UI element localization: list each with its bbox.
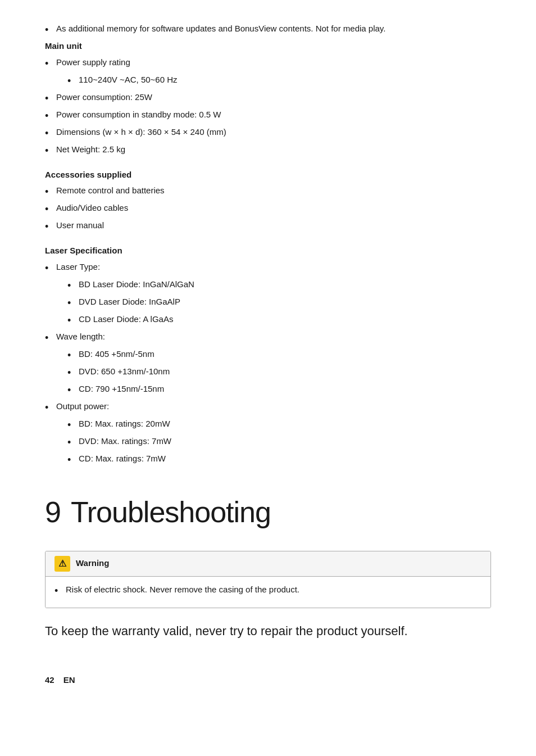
warning-header: ⚠ Warning [46, 551, 490, 577]
bullet-dot: • [45, 219, 56, 234]
laser-section: Laser Specification • Laser Type: • BD L… [45, 245, 491, 468]
accessories-item-0: • Remote control and batteries [45, 184, 491, 200]
laser-subitem-text-0-1: DVD Laser Diode: InGaAlP [79, 296, 491, 309]
laser-subitem-text-1-2: CD: 790 +15nm/-15nm [79, 383, 491, 396]
bullet-dot: • [67, 313, 79, 328]
main-unit-heading: Main unit [45, 40, 491, 53]
main-unit-item-text-3: Dimensions (w × h × d): 360 × 54 × 240 (… [56, 126, 491, 139]
warning-box: ⚠ Warning • Risk of electric shock. Neve… [45, 551, 491, 608]
laser-item-text-2: Output power: [56, 400, 491, 413]
warning-label: Warning [76, 557, 109, 570]
laser-subitem-text-2-2: CD: Max. ratings: 7mW [79, 452, 491, 465]
bullet-dot: • [45, 331, 56, 346]
laser-subitem-2-1: • DVD: Max. ratings: 7mW [67, 435, 491, 450]
bullet-dot: • [45, 56, 56, 71]
bullet-dot: • [67, 383, 79, 398]
main-unit-item-3: • Dimensions (w × h × d): 360 × 54 × 240… [45, 126, 491, 141]
laser-subitem-text-1-1: DVD: 650 +13nm/-10nm [79, 365, 491, 378]
bullet-dot: • [45, 202, 56, 217]
laser-item-text-1: Wave length: [56, 331, 491, 343]
laser-subitem-2-0: • BD: Max. ratings: 20mW [67, 418, 491, 433]
intro-text: As additional memory for software update… [56, 22, 491, 35]
main-unit-section: Main unit • Power supply rating • 110~24… [45, 40, 491, 159]
main-unit-item-text-1: Power consumption: 25W [56, 91, 491, 104]
main-unit-subitem-text-0-0: 110~240V ~AC, 50~60 Hz [79, 74, 491, 87]
laser-subitem-text-2-1: DVD: Max. ratings: 7mW [79, 435, 491, 448]
laser-subitem-0-2: • CD Laser Diode: A lGaAs [67, 313, 491, 328]
lang-code: EN [63, 674, 75, 687]
accessories-item-1: • Audio/Video cables [45, 202, 491, 217]
laser-subitem-0-1: • DVD Laser Diode: InGaAlP [67, 296, 491, 311]
bullet-dot: • [45, 126, 56, 141]
laser-subitem-0-0: • BD Laser Diode: InGaN/AlGaN [67, 278, 491, 293]
accessories-item-text-2: User manual [56, 219, 491, 232]
bullet-dot: • [45, 108, 56, 124]
main-unit-subitem-0-0: • 110~240V ~AC, 50~60 Hz [67, 74, 491, 89]
intro-bullet: • As additional memory for software upda… [45, 22, 491, 38]
warning-text: Risk of electric shock. Never remove the… [66, 583, 482, 596]
main-unit-item-1: • Power consumption: 25W [45, 91, 491, 106]
warning-bullet-item: • Risk of electric shock. Never remove t… [54, 583, 482, 599]
laser-subitem-1-0: • BD: 405 +5nm/-5nm [67, 348, 491, 363]
bullet-dot: • [67, 74, 79, 89]
laser-subitem-2-2: • CD: Max. ratings: 7mW [67, 452, 491, 468]
chapter-heading: 9Troubleshooting [45, 490, 491, 534]
chapter-number: 9 [45, 496, 61, 528]
laser-subitem-text-2-0: BD: Max. ratings: 20mW [79, 418, 491, 431]
bullet-dot: • [67, 452, 79, 468]
chapter-title: Troubleshooting [71, 496, 271, 528]
bullet-dot: • [45, 400, 56, 415]
accessories-heading: Accessories supplied [45, 169, 491, 182]
laser-heading: Laser Specification [45, 245, 491, 257]
bullet-dot: • [67, 348, 79, 363]
main-unit-item-0: • Power supply rating [45, 56, 491, 71]
laser-item-text-0: Laser Type: [56, 261, 491, 274]
bullet-dot: • [67, 296, 79, 311]
main-unit-item-text-2: Power consumption in standby mode: 0.5 W [56, 108, 491, 121]
footer-paragraph: To keep the warranty valid, never try to… [45, 622, 491, 640]
bullet-dot: • [45, 91, 56, 106]
bullet-dot: • [45, 261, 56, 276]
page-number: 42 [45, 674, 54, 687]
bullet-dot: • [67, 418, 79, 433]
bullet-dot: • [45, 184, 56, 200]
page-footer: 42 EN [45, 674, 491, 687]
laser-item-0: • Laser Type: [45, 261, 491, 276]
bullet-dot: • [67, 365, 79, 381]
laser-item-2: • Output power: [45, 400, 491, 415]
accessories-item-text-0: Remote control and batteries [56, 184, 491, 197]
laser-subitem-1-2: • CD: 790 +15nm/-15nm [67, 383, 491, 398]
laser-subitem-text-0-0: BD Laser Diode: InGaN/AlGaN [79, 278, 491, 291]
laser-subitem-text-0-2: CD Laser Diode: A lGaAs [79, 313, 491, 326]
laser-subitem-1-1: • DVD: 650 +13nm/-10nm [67, 365, 491, 381]
laser-subitem-text-1-0: BD: 405 +5nm/-5nm [79, 348, 491, 361]
bullet-dot: • [45, 22, 56, 38]
bullet-dot: • [67, 435, 79, 450]
warning-icon: ⚠ [54, 556, 70, 572]
warning-body: • Risk of electric shock. Never remove t… [46, 577, 490, 608]
bullet-dot: • [45, 143, 56, 159]
bullet-dot: • [67, 278, 79, 293]
main-unit-item-2: • Power consumption in standby mode: 0.5… [45, 108, 491, 124]
accessories-section: Accessories supplied • Remote control an… [45, 169, 491, 235]
main-unit-item-text-4: Net Weight: 2.5 kg [56, 143, 491, 156]
main-unit-item-4: • Net Weight: 2.5 kg [45, 143, 491, 159]
accessories-item-text-1: Audio/Video cables [56, 202, 491, 215]
main-unit-item-text-0: Power supply rating [56, 56, 491, 69]
laser-item-1: • Wave length: [45, 331, 491, 346]
bullet-dot: • [54, 583, 66, 599]
accessories-item-2: • User manual [45, 219, 491, 234]
